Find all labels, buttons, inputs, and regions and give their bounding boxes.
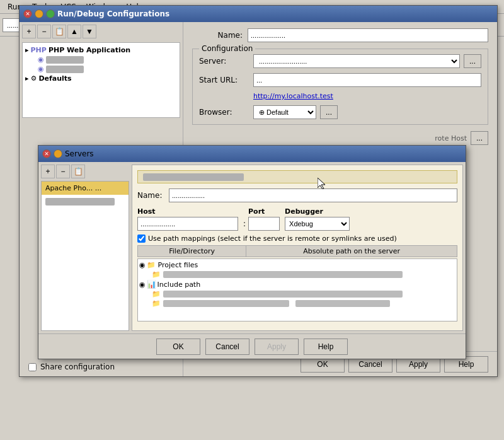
servers-footer: OK Cancel Apply Help [38,333,466,359]
pf-expand-icon: ◉ [139,261,146,269]
path-mappings-section: Use path mappings (select if the server … [137,234,457,321]
close-button[interactable]: ✕ [23,9,32,18]
server-list-item-2-text [45,198,115,206]
server-edit-button[interactable]: ... [464,54,481,68]
name-label: Name: [192,31,243,40]
share-checkbox[interactable] [28,363,37,371]
servers-body: + − 📋 Apache Pho... ... Name: [38,162,466,333]
share-row: Share configuration [28,362,115,371]
include-path-label: Include path [158,281,201,289]
config-child-1[interactable]: ◉ [25,55,177,64]
abs-path-header: Absolute path on the server [246,246,457,257]
project-files-label: Project files [158,261,198,269]
remote-host-button[interactable]: ... [471,131,488,145]
config-child-2[interactable]: ◉ [25,64,177,74]
server-name-row: Name: [137,188,457,202]
defaults-expand-icon: ▸ [25,74,29,83]
host-header: Host [137,207,238,216]
name-row: Name: [192,28,488,42]
copy-server-button[interactable]: 📋 [71,165,85,178]
pf-folder-icon: 📁 [147,261,156,269]
php-child-icon-1: ◉ [38,55,44,64]
configuration-section: Configuration Server: ..................… [192,49,488,125]
run-debug-titlebar: ✕ Run/Debug Configurations [20,6,497,22]
servers-cancel-button[interactable]: Cancel [205,339,249,355]
php-app-label: PHP Web Application [49,46,130,54]
ip-chart-icon: 📊 [147,280,156,289]
server-name-label: Name: [137,191,165,200]
php-child-icon-2: ◉ [38,65,44,73]
servers-dialog: ✕ Servers + − 📋 Apache Pho... ... [38,145,466,359]
config-section-label: Configuration [199,44,255,53]
start-url-label: Start URL: [199,76,249,84]
defaults-folder[interactable]: ▸ ⚙ Defaults [25,74,177,83]
servers-list[interactable]: Apache Pho... ... [41,181,129,331]
port-header: Port [248,207,280,216]
server-header-text [143,173,244,181]
project-files-row: ◉ 📁 Project files [139,260,455,270]
servers-ok-button[interactable]: OK [156,339,200,355]
servers-min-button[interactable] [54,149,62,158]
pf-child-icon: 📁 [152,270,161,279]
server-name-input[interactable] [169,188,457,202]
path-table: File/Directory Absolute path on the serv… [137,245,457,257]
debugger-select[interactable]: Xdebug Zend Debugger [285,217,350,231]
project-files-child: 📁 [139,270,455,279]
defaults-label: Defaults [38,74,71,83]
include-path-child-2: 📁 [139,299,455,308]
servers-title: Servers [65,149,94,158]
colon: : [243,219,246,231]
path-mappings-checkbox[interactable] [137,234,146,243]
share-label: Share configuration [40,362,115,371]
include-path-child-1: 📁 [139,289,455,299]
servers-close-button[interactable]: ✕ [42,149,51,158]
minimize-button[interactable] [35,9,43,18]
maximize-button[interactable] [46,9,55,18]
ip-expand-icon: ◉ [139,281,146,289]
port-col: Port 80 [248,207,280,231]
config-child-2-text [46,66,84,73]
move-up-button[interactable]: ▲ [67,25,81,38]
remote-host-row: rote Host ... [192,131,488,145]
server-row: Server: ......................... ... [199,54,481,68]
servers-toolbar: + − 📋 [41,165,129,178]
file-directory-header: File/Directory [138,246,246,257]
copy-config-button[interactable]: 📋 [52,25,66,38]
servers-apply-button[interactable]: Apply [255,339,299,355]
host-input[interactable] [137,217,238,231]
add-config-button[interactable]: + [22,25,36,38]
servers-help-button[interactable]: Help [304,339,348,355]
php-app-folder[interactable]: ▸ PHP PHP Web Application [25,45,177,55]
add-server-button[interactable]: + [41,165,55,178]
ip-child-path-2b [295,300,390,307]
browser-label: Browser: [199,108,249,117]
servers-right-panel: Name: Host : Port 80 Debugger [132,165,463,331]
server-list-item[interactable]: Apache Pho... ... [42,182,129,195]
server-list-item-2[interactable] [42,195,129,208]
port-input[interactable]: 80 [248,217,280,231]
url-row: http://my.localhost.test [199,92,481,100]
run-debug-title: Run/Debug Configurations [57,9,493,18]
browser-edit-button[interactable]: ... [320,105,338,119]
config-tree[interactable]: ▸ PHP PHP Web Application ◉ ◉ ▸ ⚙ Defaul… [22,42,180,118]
host-col: Host [137,207,238,231]
remove-server-button[interactable]: − [56,165,70,178]
browser-combo[interactable]: ⊕ Default [253,105,316,119]
debugger-header: Debugger [285,207,350,216]
ip-child-icon-1: 📁 [152,290,161,298]
left-toolbar: + − 📋 ▲ ▼ [22,25,180,38]
path-tree-area[interactable]: ◉ 📁 Project files 📁 [137,258,457,321]
server-combo[interactable]: ......................... [253,54,460,68]
server-label: Server: [199,57,249,66]
remove-config-button[interactable]: − [37,25,51,38]
start-url-input[interactable] [253,73,481,87]
name-input[interactable] [248,28,488,42]
server-list-item-text: Apache Pho... ... [45,184,101,192]
folder-icon: ▸ [25,46,29,54]
move-down-button[interactable]: ▼ [83,25,96,38]
php-icon: PHP [31,46,47,54]
include-path-row: ◉ 📊 Include path [139,279,455,289]
ip-child-path-2 [163,300,289,307]
url-link[interactable]: http://my.localhost.test [253,92,333,100]
debugger-col: Debugger Xdebug Zend Debugger [285,207,350,231]
